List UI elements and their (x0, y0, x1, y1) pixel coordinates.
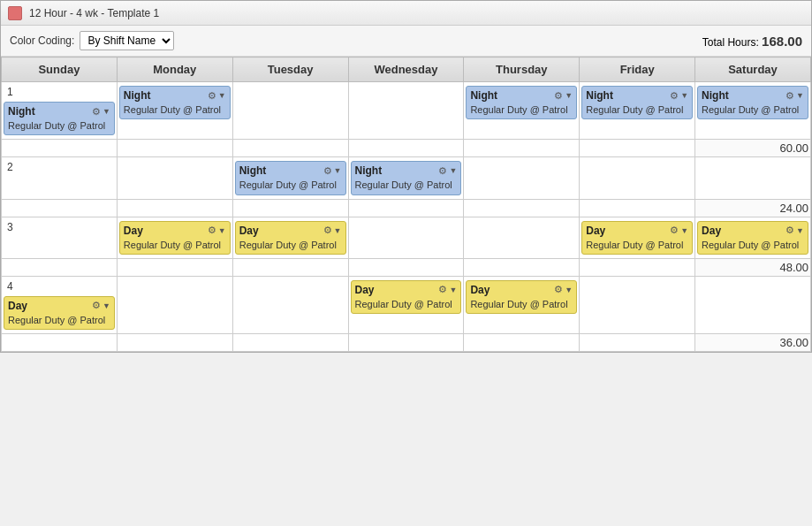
gear-icon[interactable]: ⚙ (92, 300, 101, 311)
shift-body: Regular Duty @ Patrol (355, 298, 458, 310)
dropdown-arrow-icon[interactable]: ▼ (334, 166, 342, 175)
shift-name: Night (239, 164, 267, 177)
shift-header: Night⚙▼ (8, 105, 110, 118)
shift-header: Day⚙▼ (239, 225, 342, 237)
shift-card[interactable]: Day⚙▼Regular Duty @ Patrol (235, 221, 346, 255)
shift-card[interactable]: Night⚙▼Regular Duty @ Patrol (351, 161, 462, 194)
shift-controls[interactable]: ⚙▼ (554, 284, 573, 295)
shift-card[interactable]: Day⚙▼Regular Duty @ Patrol (351, 280, 462, 314)
calendar-table: Sunday Monday Tuesday Wednesday Thursday… (1, 57, 811, 352)
cell-week1-day2 (232, 82, 348, 140)
total-empty-cell-2 (232, 140, 348, 157)
title-bar: 12 Hour - 4 wk - Template 1 (1, 1, 811, 26)
gear-icon[interactable]: ⚙ (92, 106, 101, 118)
shift-body: Regular Duty @ Patrol (702, 103, 804, 116)
shift-body: Regular Duty @ Patrol (702, 239, 804, 251)
total-hours-label: Total Hours: (702, 36, 759, 49)
toolbar: Color Coding: By Shift Name Total Hours:… (1, 26, 811, 57)
shift-header: Night⚙▼ (470, 89, 573, 102)
col-header-tuesday: Tuesday (232, 57, 348, 82)
shift-card[interactable]: Day⚙▼Regular Duty @ Patrol (581, 221, 693, 255)
main-window: 12 Hour - 4 wk - Template 1 Color Coding… (0, 0, 812, 353)
shift-card[interactable]: Night⚙▼Regular Duty @ Patrol (466, 86, 577, 119)
shift-controls[interactable]: ⚙▼ (785, 225, 804, 236)
cell-week1-day1: Night⚙▼Regular Duty @ Patrol (117, 82, 232, 140)
gear-icon[interactable]: ⚙ (670, 225, 679, 236)
shift-body: Regular Duty @ Patrol (239, 179, 342, 191)
total-empty-cell-5 (580, 258, 695, 276)
shift-controls[interactable]: ⚙▼ (554, 90, 573, 102)
gear-icon[interactable]: ⚙ (208, 90, 216, 102)
week-row-2: 2Night⚙▼Regular Duty @ PatrolNight⚙▼Regu… (2, 157, 811, 199)
shift-controls[interactable]: ⚙▼ (323, 165, 342, 177)
dropdown-arrow-icon[interactable]: ▼ (796, 226, 804, 235)
shift-card[interactable]: Day⚙▼Regular Duty @ Patrol (4, 296, 115, 330)
total-empty-cell-2 (232, 199, 348, 217)
shift-card[interactable]: Day⚙▼Regular Duty @ Patrol (466, 280, 577, 314)
shift-controls[interactable]: ⚙▼ (785, 90, 804, 102)
shift-controls[interactable]: ⚙▼ (92, 106, 110, 118)
week-num-3: 3 (4, 219, 115, 235)
total-empty-cell-0 (2, 199, 118, 217)
gear-icon[interactable]: ⚙ (785, 225, 794, 236)
week-row-4: 4Day⚙▼Regular Duty @ PatrolDay⚙▼Regular … (2, 276, 811, 333)
total-empty-cell-1 (117, 199, 232, 217)
shift-card[interactable]: Night⚙▼Regular Duty @ Patrol (697, 86, 808, 119)
total-empty-cell-1 (117, 140, 232, 157)
cell-week3-day5: Day⚙▼Regular Duty @ Patrol (580, 217, 695, 258)
dropdown-arrow-icon[interactable]: ▼ (102, 107, 110, 116)
shift-card[interactable]: Night⚙▼Regular Duty @ Patrol (119, 86, 231, 119)
gear-icon[interactable]: ⚙ (670, 90, 679, 102)
col-header-thursday: Thursday (464, 57, 580, 82)
title-icon (8, 6, 22, 20)
gear-icon[interactable]: ⚙ (785, 90, 794, 102)
dropdown-arrow-icon[interactable]: ▼ (565, 91, 573, 100)
shift-card[interactable]: Night⚙▼Regular Duty @ Patrol (4, 102, 115, 135)
shift-controls[interactable]: ⚙▼ (208, 90, 226, 102)
shift-controls[interactable]: ⚙▼ (670, 225, 688, 236)
dropdown-arrow-icon[interactable]: ▼ (449, 166, 457, 175)
dropdown-arrow-icon[interactable]: ▼ (218, 226, 226, 235)
dropdown-arrow-icon[interactable]: ▼ (449, 286, 457, 294)
week-row-1: 1Night⚙▼Regular Duty @ PatrolNight⚙▼Regu… (2, 82, 811, 140)
total-empty-cell-0 (2, 334, 118, 352)
week-num-4: 4 (4, 278, 115, 294)
dropdown-arrow-icon[interactable]: ▼ (680, 226, 688, 235)
shift-controls[interactable]: ⚙▼ (208, 225, 226, 236)
gear-icon[interactable]: ⚙ (438, 165, 447, 177)
cell-week4-day5 (580, 276, 695, 333)
shift-controls[interactable]: ⚙▼ (323, 225, 342, 236)
total-empty-cell-2 (232, 334, 348, 352)
week-total-row-2: 24.00 (2, 199, 811, 217)
shift-card[interactable]: Day⚙▼Regular Duty @ Patrol (697, 221, 808, 255)
gear-icon[interactable]: ⚙ (323, 225, 332, 236)
shift-controls[interactable]: ⚙▼ (438, 165, 457, 177)
shift-controls[interactable]: ⚙▼ (92, 300, 110, 311)
gear-icon[interactable]: ⚙ (438, 284, 447, 295)
shift-body: Regular Duty @ Patrol (470, 103, 573, 116)
gear-icon[interactable]: ⚙ (554, 90, 563, 102)
dropdown-arrow-icon[interactable]: ▼ (680, 91, 688, 100)
total-empty-cell-1 (117, 258, 232, 276)
shift-card[interactable]: Night⚙▼Regular Duty @ Patrol (581, 86, 693, 119)
shift-controls[interactable]: ⚙▼ (670, 90, 688, 102)
color-coding-select[interactable]: By Shift Name (80, 31, 174, 50)
dropdown-arrow-icon[interactable]: ▼ (218, 91, 226, 100)
week-num-1: 1 (4, 84, 115, 100)
shift-card[interactable]: Night⚙▼Regular Duty @ Patrol (235, 161, 346, 194)
dropdown-arrow-icon[interactable]: ▼ (102, 301, 110, 310)
shift-header: Day⚙▼ (8, 300, 110, 312)
shift-body: Regular Duty @ Patrol (586, 103, 688, 116)
dropdown-arrow-icon[interactable]: ▼ (334, 226, 342, 235)
gear-icon[interactable]: ⚙ (323, 165, 332, 177)
cell-week3-day0: 3 (2, 217, 118, 258)
total-empty-cell-1 (117, 334, 232, 352)
gear-icon[interactable]: ⚙ (554, 284, 563, 295)
dropdown-arrow-icon[interactable]: ▼ (565, 286, 573, 294)
shift-body: Regular Duty @ Patrol (124, 103, 226, 116)
shift-controls[interactable]: ⚙▼ (438, 284, 457, 295)
shift-card[interactable]: Day⚙▼Regular Duty @ Patrol (119, 221, 231, 255)
gear-icon[interactable]: ⚙ (208, 225, 216, 236)
cell-week2-day4 (464, 157, 580, 199)
dropdown-arrow-icon[interactable]: ▼ (796, 91, 804, 100)
